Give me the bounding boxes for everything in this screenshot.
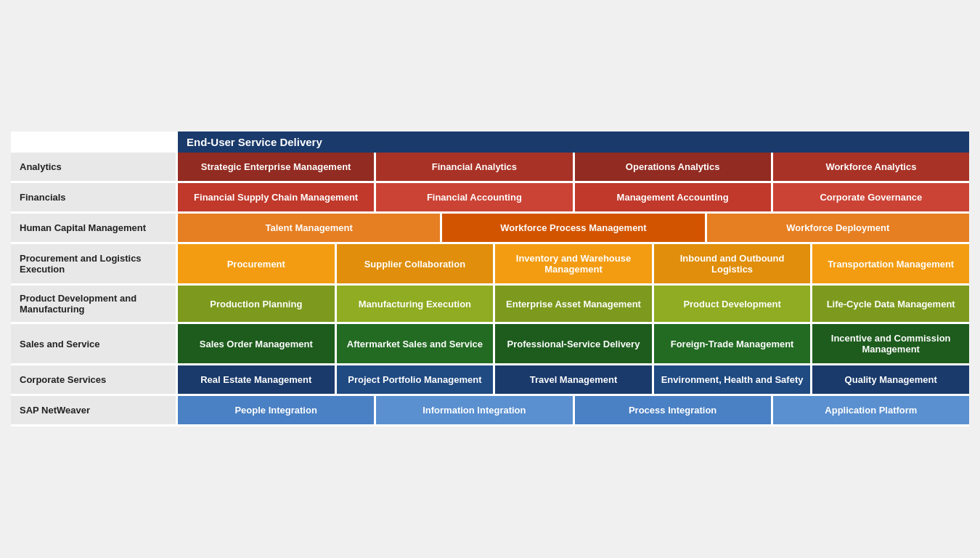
label-procurement: Procurement and Logistics Execution bbox=[11, 244, 178, 283]
row-procurement: Procurement and Logistics ExecutionProcu… bbox=[11, 244, 969, 286]
row-financials: FinancialsFinancial Supply Chain Managem… bbox=[11, 183, 969, 214]
cell-analytics-0: Strategic Enterprise Management bbox=[178, 153, 376, 181]
cell-procurement-0: Procurement bbox=[178, 244, 337, 283]
top-banner: End-User Service Delivery bbox=[178, 132, 969, 153]
cell-sales-2: Professional-Service Delivery bbox=[495, 324, 654, 363]
row-product: Product Development and ManufacturingPro… bbox=[11, 286, 969, 324]
cell-analytics-1: Financial Analytics bbox=[376, 153, 574, 181]
cell-netweaver-1: Information Integration bbox=[376, 396, 574, 424]
label-corporate: Corporate Services bbox=[11, 365, 178, 394]
label-sales: Sales and Service bbox=[11, 324, 178, 363]
label-hcm: Human Capital Management bbox=[11, 214, 178, 242]
cell-product-2: Enterprise Asset Management bbox=[495, 286, 654, 322]
cells-corporate: Real Estate ManagementProject Portfolio … bbox=[178, 365, 969, 394]
cell-financials-1: Financial Accounting bbox=[376, 183, 574, 211]
cells-analytics: Strategic Enterprise ManagementFinancial… bbox=[178, 153, 969, 181]
main-container: End-User Service Delivery AnalyticsStrat… bbox=[11, 132, 969, 426]
label-netweaver: SAP NetWeaver bbox=[11, 396, 178, 424]
cell-sales-4: Incentive and Commission Management bbox=[812, 324, 969, 363]
cell-corporate-2: Travel Management bbox=[495, 365, 654, 394]
cells-sales: Sales Order ManagementAftermarket Sales … bbox=[178, 324, 969, 363]
row-corporate: Corporate ServicesReal Estate Management… bbox=[11, 365, 969, 396]
label-analytics: Analytics bbox=[11, 153, 178, 181]
label-financials: Financials bbox=[11, 183, 178, 211]
cell-product-3: Product Development bbox=[654, 286, 813, 322]
row-netweaver: SAP NetWeaverPeople IntegrationInformati… bbox=[11, 396, 969, 426]
cell-hcm-2: Workforce Deployment bbox=[707, 214, 969, 242]
cells-netweaver: People IntegrationInformation Integratio… bbox=[178, 396, 969, 424]
cell-financials-2: Management Accounting bbox=[575, 183, 773, 211]
cells-procurement: ProcurementSupplier CollaborationInvento… bbox=[178, 244, 969, 283]
cells-hcm: Talent ManagementWorkforce Process Manag… bbox=[178, 214, 969, 242]
cell-corporate-4: Quality Management bbox=[812, 365, 969, 394]
cells-financials: Financial Supply Chain ManagementFinanci… bbox=[178, 183, 969, 211]
cell-hcm-0: Talent Management bbox=[178, 214, 442, 242]
cell-financials-0: Financial Supply Chain Management bbox=[178, 183, 376, 211]
cell-sales-1: Aftermarket Sales and Service bbox=[337, 324, 496, 363]
cell-procurement-4: Transportation Management bbox=[812, 244, 969, 283]
cell-product-0: Production Planning bbox=[178, 286, 337, 322]
cell-sales-0: Sales Order Management bbox=[178, 324, 337, 363]
cells-product: Production PlanningManufacturing Executi… bbox=[178, 286, 969, 322]
cell-product-1: Manufacturing Execution bbox=[337, 286, 496, 322]
cell-procurement-2: Inventory and Warehouse Management bbox=[495, 244, 654, 283]
label-product: Product Development and Manufacturing bbox=[11, 286, 178, 322]
cell-hcm-1: Workforce Process Management bbox=[442, 214, 706, 242]
cell-netweaver-3: Application Platform bbox=[773, 396, 969, 424]
cell-financials-3: Corporate Governance bbox=[773, 183, 969, 211]
cell-corporate-1: Project Portfolio Management bbox=[337, 365, 496, 394]
row-analytics: AnalyticsStrategic Enterprise Management… bbox=[11, 153, 969, 183]
row-hcm: Human Capital ManagementTalent Managemen… bbox=[11, 214, 969, 244]
cell-netweaver-2: Process Integration bbox=[575, 396, 773, 424]
cell-procurement-3: Inbound and Outbound Logistics bbox=[654, 244, 813, 283]
row-sales: Sales and ServiceSales Order ManagementA… bbox=[11, 324, 969, 365]
cell-analytics-3: Workforce Analytics bbox=[773, 153, 969, 181]
cell-sales-3: Foreign-Trade Management bbox=[654, 324, 813, 363]
cell-corporate-0: Real Estate Management bbox=[178, 365, 337, 394]
cell-product-4: Life-Cycle Data Management bbox=[812, 286, 969, 322]
cell-analytics-2: Operations Analytics bbox=[575, 153, 773, 181]
cell-corporate-3: Environment, Health and Safety bbox=[654, 365, 813, 394]
cell-netweaver-0: People Integration bbox=[178, 396, 376, 424]
cell-procurement-1: Supplier Collaboration bbox=[337, 244, 496, 283]
